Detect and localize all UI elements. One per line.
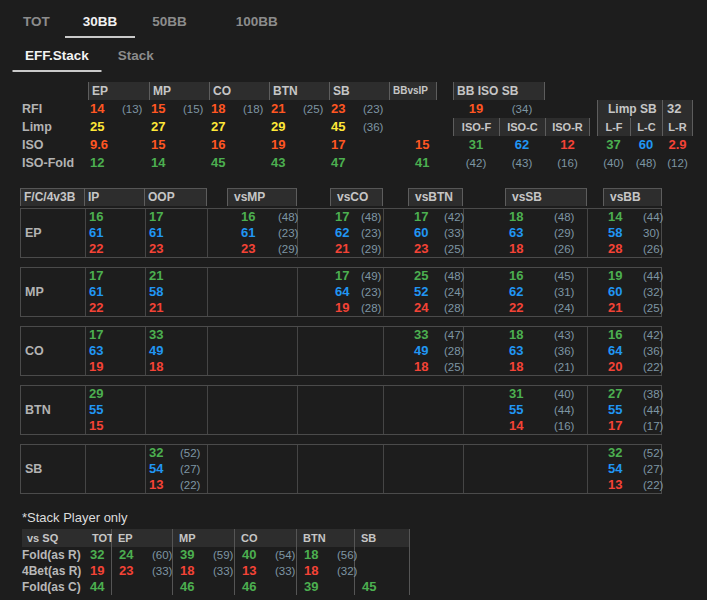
stat-paren: (28) — [361, 300, 381, 316]
stat-value: 60 — [608, 284, 634, 300]
stat-value: 52 — [414, 284, 440, 300]
stat-paren — [265, 579, 297, 595]
fc4-cell-vsco: 17(49)64(23)19(28) — [298, 268, 384, 316]
stat-line: 13(22) — [146, 477, 207, 493]
stat-value: 18 — [509, 327, 535, 343]
stat-paren: 30) — [643, 225, 660, 241]
tab-stack[interactable]: Stack — [118, 47, 154, 65]
stat-line — [208, 300, 297, 316]
fc4-cell-vsco — [298, 445, 384, 493]
stat-line: 32(52) — [588, 445, 663, 461]
stat-line: 61(23) — [208, 225, 297, 241]
stat-value: 62 — [499, 136, 545, 154]
fc4-cell-vsbb: 16(42)64(36)20(22) — [588, 327, 663, 375]
stat-paren: (25) — [300, 100, 329, 118]
stat-paren: (29) — [278, 241, 298, 257]
stat-value: 64 — [335, 284, 361, 300]
stat-line: 18(48) — [464, 209, 587, 225]
fc4-cell-vsmp — [208, 268, 298, 316]
column-header-wrap: vsMP — [207, 188, 297, 206]
tab-tot[interactable]: TOT — [23, 13, 50, 31]
stat-value: 13 — [235, 563, 265, 579]
stat-value: 12 — [545, 136, 590, 154]
header-spacer — [142, 529, 173, 547]
stat-paren: (60) — [142, 547, 173, 563]
stat-value: 19 — [608, 268, 634, 284]
stat-line: 15 — [86, 418, 145, 434]
fc4-cell-vssb: 18(48)63(29)18(26) — [464, 209, 588, 257]
stat-line — [86, 461, 145, 477]
stat-value: 54 — [608, 461, 634, 477]
stat-paren: (33) — [265, 563, 297, 579]
stat-line: 17(42) — [384, 209, 463, 225]
stat-value: 17 — [89, 327, 115, 343]
stat-paren: (12) — [662, 154, 693, 172]
stat-line: 21(25) — [588, 300, 663, 316]
stat-value: 49 — [414, 343, 440, 359]
stat-line: 52(24) — [384, 284, 463, 300]
fc4-cell-vssb: 18(43)63(36)18(21) — [464, 327, 588, 375]
stat-line: 63(29) — [464, 225, 587, 241]
stat-paren: (33) — [142, 563, 173, 579]
stat-line: 14(44) — [588, 209, 663, 225]
stat-line — [86, 445, 145, 461]
stat-line: 17(17) — [588, 418, 663, 434]
stat-line: 16(48) — [208, 209, 297, 225]
column-header-vsmp: vsMP — [227, 188, 297, 206]
column-header-ep: EP — [112, 529, 142, 547]
fc4-cell-vssb: 31(40)55(44)14(16) — [464, 386, 588, 434]
fc4-cell-vsmp — [208, 386, 298, 434]
corner-header: F/C/4v3B — [20, 188, 85, 206]
stat-line: 25(48) — [384, 268, 463, 284]
column-header-btn: BTN — [269, 82, 329, 100]
fc4-cell-vsbtn: 17(42)60(33)23(25) — [384, 209, 464, 257]
position-label-cell: SB — [21, 445, 86, 493]
fc4-cell-vsbtn: 25(48)52(24)24(28) — [384, 268, 464, 316]
tab-30bb[interactable]: 30BB — [83, 13, 118, 31]
open-table-row-iso-fold: ISO-Fold121445434741(42)(43)(16)(40)(48)… — [18, 154, 693, 172]
stat-value: 33 — [414, 327, 440, 343]
stat-value: 21 — [149, 268, 175, 284]
stat-value: 17 — [414, 209, 440, 225]
column-header-iso-c: ISO-C — [499, 118, 545, 136]
tab-100bb[interactable]: 100BB — [236, 13, 278, 31]
fc4-cell-vsbb: 32(52)54(27)13(22) — [588, 445, 663, 493]
row-label: Limp — [18, 118, 88, 136]
stat-paren: (45) — [554, 268, 574, 284]
stat-line: 32(52) — [146, 445, 207, 461]
column-header-bb-iso-sb: BB ISO SB — [453, 82, 545, 100]
tab-50bb[interactable]: 50BB — [152, 13, 187, 31]
stat-value: 21 — [335, 241, 361, 257]
tab-eff-stack[interactable]: EFF.Stack — [25, 47, 89, 65]
fc4-cell-oop: 176123 — [146, 209, 208, 257]
stack-size-tabs: TOT30BB50BB100BB — [0, 13, 278, 31]
stat-value: 39 — [173, 547, 203, 563]
stat-line: 27(38) — [588, 386, 663, 402]
limp-sb-value: 32 — [662, 100, 693, 118]
stat-paren: (27) — [180, 461, 200, 477]
column-header-oop: OOP — [145, 188, 207, 206]
stat-paren: (42) — [643, 327, 663, 343]
stat-line: 14(16) — [464, 418, 587, 434]
stat-paren: (43) — [499, 154, 545, 172]
column-header-mp: MP — [173, 529, 203, 547]
stat-paren: (56) — [327, 547, 355, 563]
stat-line: 19(28) — [298, 300, 383, 316]
stat-value: 60 — [414, 225, 440, 241]
stat-paren: (22) — [180, 477, 200, 493]
stat-value: 18 — [297, 563, 327, 579]
stat-paren — [360, 136, 389, 154]
stat-value: 23 — [112, 563, 142, 579]
stat-value: 63 — [509, 343, 535, 359]
stat-paren: (31) — [554, 284, 574, 300]
column-header-ep: EP — [88, 82, 149, 100]
stat-value: 55 — [608, 402, 634, 418]
fc4-cell-vsmp — [208, 327, 298, 375]
stat-line: 33 — [146, 327, 207, 343]
section-header-limp-sb: Limp SB — [597, 100, 662, 118]
stat-line: 21(29) — [298, 241, 383, 257]
column-header-vsbb: vsBB — [603, 188, 662, 206]
stat-paren: (32) — [327, 563, 355, 579]
stat-value: 61 — [149, 225, 175, 241]
stat-value: 16 — [241, 209, 267, 225]
